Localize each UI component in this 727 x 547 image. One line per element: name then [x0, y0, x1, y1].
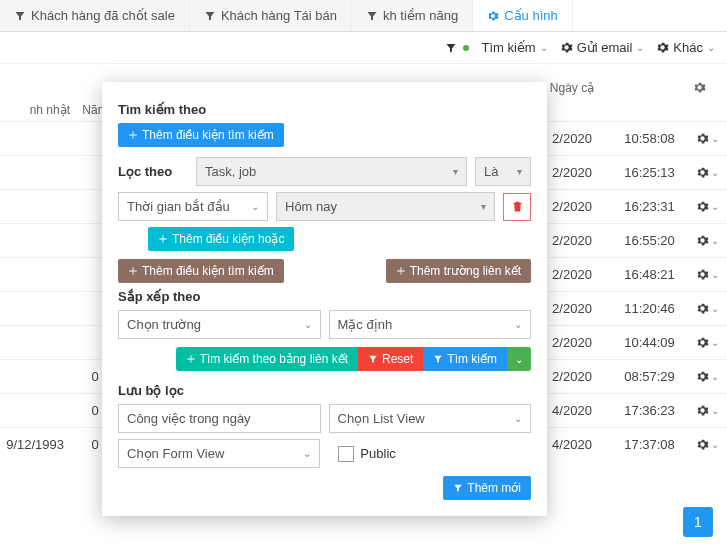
label: Thêm mới: [467, 481, 521, 495]
cell-time: 17:36:23: [612, 403, 687, 418]
row-actions[interactable]: ⌄: [693, 268, 721, 281]
row-actions[interactable]: ⌄: [693, 438, 721, 451]
col-bday: nh nhật: [0, 103, 70, 117]
row-actions[interactable]: ⌄: [693, 302, 721, 315]
chevron-down-icon: ▾: [481, 201, 486, 212]
chevron-down-icon: ⌄: [251, 201, 259, 212]
row-actions[interactable]: ⌄: [693, 234, 721, 247]
cell-time: 10:58:08: [612, 131, 687, 146]
list-view-select[interactable]: Chọn List View ⌄: [329, 404, 532, 433]
gear-icon: [696, 268, 709, 281]
cell-time: 08:57:29: [612, 369, 687, 384]
filter-op-select[interactable]: Là ▾: [475, 157, 531, 186]
gear-icon: [696, 166, 709, 179]
form-view-select[interactable]: Chọn Form View ⌄: [118, 439, 320, 468]
sort-field-select[interactable]: Chọn trường ⌄: [118, 310, 321, 339]
gear-icon: [693, 81, 706, 94]
sort-dir-select[interactable]: Mặc định ⌄: [329, 310, 532, 339]
value: Chọn Form View: [127, 446, 224, 461]
filter-name-input[interactable]: [118, 404, 321, 433]
tab-label: kh tiềm năng: [383, 8, 458, 23]
tab-sale[interactable]: Khách hàng đã chốt sale: [0, 0, 190, 31]
add-search-cond-button[interactable]: Thêm điều kiện tìm kiếm: [118, 123, 284, 147]
cell-time: 17:37:08: [612, 437, 687, 452]
search-dropdown[interactable]: Tìm kiếm ⌄: [481, 40, 547, 55]
tab-label: Khách hàng Tái bán: [221, 8, 337, 23]
row-actions[interactable]: ⌄: [693, 370, 721, 383]
gear-icon: [696, 302, 709, 315]
add-search-cond2-button[interactable]: Thêm điều kiện tìm kiếm: [118, 259, 284, 283]
label: Thêm điều kiện tìm kiếm: [142, 128, 274, 142]
label: Tìm kiếm: [481, 40, 535, 55]
chevron-down-icon: ⌄: [711, 235, 719, 246]
other-dropdown[interactable]: Khác ⌄: [656, 40, 715, 55]
label: Tìm kiếm: [447, 352, 497, 366]
label: Tìm kiếm theo bảng liên kết: [200, 352, 348, 366]
chevron-down-icon: ⌄: [304, 319, 312, 330]
reset-button[interactable]: Reset: [358, 347, 423, 371]
cell-bday: 9/12/1993: [0, 437, 70, 452]
delete-cond-button[interactable]: [503, 193, 531, 221]
filter-icon: [445, 42, 457, 54]
add-link-field-button[interactable]: Thêm trường liên kết: [386, 259, 531, 283]
cell-time: 10:44:09: [612, 335, 687, 350]
tab-resale[interactable]: Khách hàng Tái bán: [190, 0, 352, 31]
trash-icon: [511, 200, 524, 213]
chevron-down-icon: ⌄: [711, 303, 719, 314]
time-field-select[interactable]: Thời gian bắt đầu ⌄: [118, 192, 268, 221]
row-actions[interactable]: ⌄: [693, 336, 721, 349]
tab-label: Cấu hình: [504, 8, 558, 23]
filter-trigger[interactable]: [445, 42, 469, 54]
public-checkbox[interactable]: [338, 446, 354, 462]
add-or-cond-button[interactable]: Thêm điều kiện hoặc: [148, 227, 294, 251]
header-gear[interactable]: [687, 81, 727, 95]
gear-icon: [487, 10, 499, 22]
chevron-down-icon: ⌄: [711, 201, 719, 212]
chevron-down-icon: ⌄: [540, 42, 548, 53]
cell-time: 16:23:31: [612, 199, 687, 214]
filter-by-heading: Lọc theo: [118, 164, 188, 179]
plus-icon: [128, 130, 138, 140]
value: Chọn List View: [338, 411, 425, 426]
save-filter-heading: Lưu bộ lọc: [118, 383, 531, 398]
row-actions[interactable]: ⌄: [693, 132, 721, 145]
filter-field-select[interactable]: Task, job ▾: [196, 157, 467, 186]
row-actions[interactable]: ⌄: [693, 200, 721, 213]
plus-icon: [158, 234, 168, 244]
page-1-button[interactable]: 1: [683, 507, 713, 537]
gear-icon: [696, 200, 709, 213]
filter-icon: [204, 10, 216, 22]
gear-icon: [656, 41, 669, 54]
chevron-down-icon: ⌄: [514, 319, 522, 330]
value: Hôm nay: [285, 199, 337, 214]
row-actions[interactable]: ⌄: [693, 404, 721, 417]
filter-icon: [453, 483, 463, 493]
time-value-select[interactable]: Hôm nay ▾: [276, 192, 495, 221]
sort-by-heading: Sắp xếp theo: [118, 289, 531, 304]
search-more-button[interactable]: ⌄: [507, 347, 531, 371]
active-dot-icon: [463, 45, 469, 51]
chevron-down-icon: ⌄: [711, 405, 719, 416]
label: Reset: [382, 352, 413, 366]
chevron-down-icon: ⌄: [711, 269, 719, 280]
filter-icon: [368, 354, 378, 364]
search-link-table-button[interactable]: Tìm kiếm theo bảng liên kết: [176, 347, 358, 371]
label: Thêm điều kiện tìm kiếm: [142, 264, 274, 278]
tab-config[interactable]: Cấu hình: [473, 0, 573, 31]
tab-potential[interactable]: kh tiềm năng: [352, 0, 473, 31]
gear-icon: [696, 404, 709, 417]
chevron-down-icon: ⌄: [636, 42, 644, 53]
chevron-down-icon: ⌄: [711, 439, 719, 450]
search-by-heading: Tìm kiếm theo: [118, 102, 531, 117]
row-actions[interactable]: ⌄: [693, 166, 721, 179]
chevron-down-icon: ⌄: [711, 371, 719, 382]
plus-icon: [396, 266, 406, 276]
chevron-down-icon: ⌄: [711, 337, 719, 348]
email-dropdown[interactable]: Gửi email ⌄: [560, 40, 645, 55]
search-button[interactable]: Tìm kiếm: [423, 347, 507, 371]
add-new-button[interactable]: Thêm mới: [443, 476, 531, 500]
tab-label: Khách hàng đã chốt sale: [31, 8, 175, 23]
plus-icon: [128, 266, 138, 276]
gear-icon: [696, 370, 709, 383]
chevron-down-icon: ⌄: [711, 133, 719, 144]
